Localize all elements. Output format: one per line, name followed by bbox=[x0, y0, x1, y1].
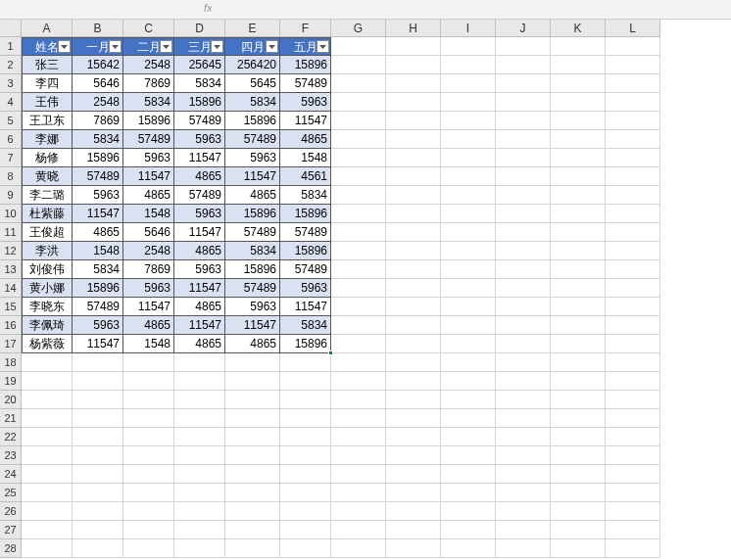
row-header-4[interactable]: 4 bbox=[0, 93, 22, 112]
value-cell[interactable]: 11547 bbox=[123, 167, 174, 186]
value-cell[interactable]: 11547 bbox=[280, 112, 331, 130]
value-cell[interactable]: 11547 bbox=[174, 316, 225, 335]
empty-cell[interactable] bbox=[606, 446, 660, 465]
empty-cell[interactable] bbox=[551, 391, 606, 409]
row-header-19[interactable]: 19 bbox=[0, 372, 22, 391]
empty-cell[interactable] bbox=[496, 298, 551, 316]
empty-cell[interactable] bbox=[331, 502, 386, 521]
empty-cell[interactable] bbox=[496, 539, 551, 558]
empty-cell[interactable] bbox=[606, 242, 660, 260]
empty-cell[interactable] bbox=[331, 223, 386, 242]
row-header-26[interactable]: 26 bbox=[0, 502, 22, 521]
value-cell[interactable]: 4865 bbox=[174, 242, 225, 260]
empty-cell[interactable] bbox=[123, 502, 174, 521]
value-cell[interactable]: 4561 bbox=[280, 167, 331, 186]
table-header-cell[interactable]: 五月 bbox=[280, 37, 331, 56]
empty-cell[interactable] bbox=[174, 446, 225, 465]
empty-cell[interactable] bbox=[606, 428, 660, 446]
value-cell[interactable]: 4865 bbox=[174, 167, 225, 186]
empty-cell[interactable] bbox=[606, 112, 660, 130]
value-cell[interactable]: 2548 bbox=[123, 242, 174, 260]
empty-cell[interactable] bbox=[441, 223, 496, 242]
empty-cell[interactable] bbox=[386, 242, 441, 260]
empty-cell[interactable] bbox=[441, 539, 496, 558]
empty-cell[interactable] bbox=[496, 112, 551, 130]
empty-cell[interactable] bbox=[551, 298, 606, 316]
name-cell[interactable]: 杨紫薇 bbox=[22, 335, 73, 353]
value-cell[interactable]: 11547 bbox=[73, 335, 123, 353]
filter-dropdown-icon[interactable] bbox=[317, 40, 329, 53]
value-cell[interactable]: 5834 bbox=[280, 186, 331, 205]
empty-cell[interactable] bbox=[606, 74, 660, 93]
value-cell[interactable]: 4865 bbox=[174, 298, 225, 316]
empty-cell[interactable] bbox=[331, 205, 386, 223]
empty-cell[interactable] bbox=[386, 37, 441, 56]
empty-cell[interactable] bbox=[331, 335, 386, 353]
empty-cell[interactable] bbox=[280, 539, 331, 558]
empty-cell[interactable] bbox=[174, 409, 225, 428]
table-resize-handle[interactable] bbox=[328, 350, 333, 355]
filter-dropdown-icon[interactable] bbox=[211, 40, 223, 53]
row-header-27[interactable]: 27 bbox=[0, 521, 22, 539]
empty-cell[interactable] bbox=[225, 391, 280, 409]
empty-cell[interactable] bbox=[496, 446, 551, 465]
empty-cell[interactable] bbox=[73, 502, 123, 521]
empty-cell[interactable] bbox=[441, 205, 496, 223]
name-cell[interactable]: 王伟 bbox=[22, 93, 73, 112]
value-cell[interactable]: 256420 bbox=[225, 56, 280, 74]
empty-cell[interactable] bbox=[441, 446, 496, 465]
empty-cell[interactable] bbox=[551, 149, 606, 167]
filter-dropdown-icon[interactable] bbox=[58, 40, 71, 53]
empty-cell[interactable] bbox=[441, 316, 496, 335]
empty-cell[interactable] bbox=[496, 316, 551, 335]
value-cell[interactable]: 11547 bbox=[174, 223, 225, 242]
empty-cell[interactable] bbox=[22, 391, 73, 409]
col-header-H[interactable]: H bbox=[386, 20, 441, 37]
empty-cell[interactable] bbox=[606, 279, 660, 298]
empty-cell[interactable] bbox=[331, 316, 386, 335]
empty-cell[interactable] bbox=[123, 521, 174, 539]
empty-cell[interactable] bbox=[551, 37, 606, 56]
empty-cell[interactable] bbox=[551, 465, 606, 484]
empty-cell[interactable] bbox=[174, 353, 225, 372]
empty-cell[interactable] bbox=[441, 56, 496, 74]
name-cell[interactable]: 杜紫藤 bbox=[22, 205, 73, 223]
row-header-14[interactable]: 14 bbox=[0, 279, 22, 298]
col-header-D[interactable]: D bbox=[174, 20, 225, 37]
value-cell[interactable]: 15896 bbox=[123, 112, 174, 130]
name-cell[interactable]: 张三 bbox=[22, 56, 73, 74]
value-cell[interactable]: 4865 bbox=[280, 130, 331, 149]
empty-cell[interactable] bbox=[174, 428, 225, 446]
row-header-3[interactable]: 3 bbox=[0, 74, 22, 93]
value-cell[interactable]: 11547 bbox=[73, 205, 123, 223]
empty-cell[interactable] bbox=[123, 465, 174, 484]
empty-cell[interactable] bbox=[496, 186, 551, 205]
value-cell[interactable]: 1548 bbox=[123, 205, 174, 223]
empty-cell[interactable] bbox=[441, 391, 496, 409]
empty-cell[interactable] bbox=[123, 409, 174, 428]
empty-cell[interactable] bbox=[386, 93, 441, 112]
empty-cell[interactable] bbox=[606, 521, 660, 539]
empty-cell[interactable] bbox=[123, 372, 174, 391]
empty-cell[interactable] bbox=[441, 409, 496, 428]
empty-cell[interactable] bbox=[441, 465, 496, 484]
empty-cell[interactable] bbox=[174, 465, 225, 484]
value-cell[interactable]: 5963 bbox=[174, 130, 225, 149]
empty-cell[interactable] bbox=[606, 409, 660, 428]
empty-cell[interactable] bbox=[386, 260, 441, 279]
name-cell[interactable]: 李二璐 bbox=[22, 186, 73, 205]
empty-cell[interactable] bbox=[606, 353, 660, 372]
empty-cell[interactable] bbox=[280, 428, 331, 446]
row-header-18[interactable]: 18 bbox=[0, 353, 22, 372]
empty-cell[interactable] bbox=[331, 74, 386, 93]
empty-cell[interactable] bbox=[280, 353, 331, 372]
value-cell[interactable]: 5963 bbox=[123, 279, 174, 298]
empty-cell[interactable] bbox=[73, 521, 123, 539]
value-cell[interactable]: 5646 bbox=[123, 223, 174, 242]
value-cell[interactable]: 11547 bbox=[225, 167, 280, 186]
empty-cell[interactable] bbox=[441, 93, 496, 112]
value-cell[interactable]: 5834 bbox=[73, 130, 123, 149]
empty-cell[interactable] bbox=[280, 372, 331, 391]
row-header-23[interactable]: 23 bbox=[0, 446, 22, 465]
name-cell[interactable]: 李娜 bbox=[22, 130, 73, 149]
